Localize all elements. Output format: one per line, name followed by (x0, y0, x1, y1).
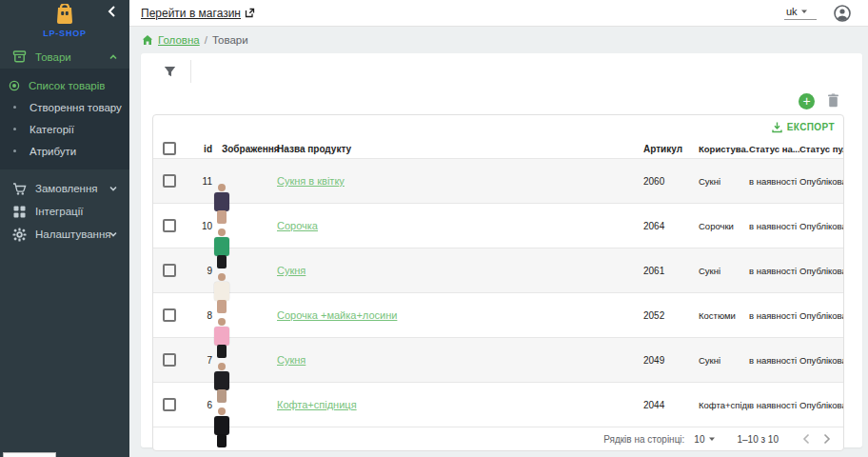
bag-logo-icon (54, 4, 75, 24)
language-select[interactable]: uk (784, 6, 817, 20)
inventory-icon (12, 50, 27, 64)
sidebar-item-label: Налаштування (35, 228, 110, 240)
sidebar-item-label: Замовлення (35, 183, 98, 194)
sidebar-item-products[interactable]: Товари (0, 45, 129, 69)
column-header-publish[interactable]: Статус пу... (799, 144, 843, 154)
trash-icon[interactable] (827, 93, 840, 109)
topbar-right: uk (784, 5, 868, 22)
go-to-store-link[interactable]: Перейти в магазин (141, 7, 255, 20)
row-checkbox[interactable] (163, 219, 176, 232)
product-publish-status: Опубліковано (799, 400, 843, 410)
bullet-icon (13, 128, 16, 130)
breadcrumb: Головна / Товари (129, 27, 868, 53)
column-header-sku[interactable]: Артикул (643, 144, 699, 154)
product-name-link[interactable]: Сукня (277, 354, 306, 366)
admin-page: LP-SHOP Товари Список товарів Створення … (0, 0, 868, 457)
table-row: 7 Сукня 2049 Сукні в наявності Опубліков… (153, 337, 843, 382)
chevron-up-icon (108, 52, 118, 62)
product-name-link[interactable]: Сорочка +майка+лосини (277, 309, 397, 321)
pagination-range: 1–10 з 10 (737, 434, 779, 445)
caret-down-icon (708, 436, 716, 442)
language-value: uk (786, 6, 798, 17)
status-tooltip (3, 452, 56, 457)
row-id: 6 (186, 400, 212, 410)
cart-icon (12, 182, 27, 196)
filter-icon[interactable] (164, 66, 176, 78)
bullet-icon (13, 149, 16, 152)
sidebar-item-integrations[interactable]: Інтеграції (0, 200, 129, 223)
filter-bar (141, 53, 862, 89)
product-category: Сукні (699, 176, 749, 187)
app-logo[interactable]: LP-SHOP (0, 4, 129, 38)
product-category: Кофта+спідниця (699, 400, 749, 410)
sub-item-label: Категорії (30, 124, 74, 135)
row-id: 8 (186, 310, 212, 321)
row-checkbox[interactable] (163, 264, 176, 277)
product-sku: 2061 (643, 266, 699, 276)
table-row: 9 Сукня 2061 Сукні в наявності Опубліков… (153, 248, 843, 292)
account-icon[interactable] (834, 5, 851, 22)
product-name-link[interactable]: Сукня в квітку (277, 175, 345, 187)
content: Головна / Товари + (129, 27, 868, 457)
product-name-link[interactable]: Сукня (277, 265, 306, 276)
table-row: 8 Сорочка +майка+лосини 2052 Костюми в н… (153, 292, 843, 337)
row-checkbox[interactable] (163, 353, 176, 367)
row-checkbox[interactable] (163, 398, 176, 411)
sidebar-item-product-create[interactable]: Створення товару (0, 96, 129, 118)
divider (190, 60, 191, 83)
export-button[interactable]: ЕКСПОРТ (153, 115, 843, 139)
product-publish-status: Опубліковано (799, 266, 843, 276)
logo-block: LP-SHOP (0, 0, 129, 45)
product-category: Сорочки (699, 221, 749, 231)
sidebar-item-attributes[interactable]: Атрибути (0, 140, 129, 162)
chevron-down-icon (108, 229, 118, 239)
products-submenu: Список товарів Створення товару Категорі… (0, 69, 129, 169)
table-header-row: id Зображення Назва продукту Артикул Кор… (153, 139, 843, 158)
product-category: Костюми (699, 310, 749, 321)
product-sku: 2064 (643, 221, 699, 231)
apps-icon (12, 205, 27, 219)
breadcrumb-home-link[interactable]: Головна (158, 34, 200, 46)
next-page-button[interactable] (817, 428, 838, 449)
product-sku: 2044 (643, 400, 699, 410)
product-name-link[interactable]: Кофта+спідниця (277, 399, 357, 410)
column-header-image[interactable]: Зображення (212, 144, 277, 154)
table-row: 11 Сукня в квітку 2060 Сукні в наявності… (153, 158, 843, 203)
rows-per-page-select[interactable]: 10 (694, 434, 716, 445)
rows-per-page-value: 10 (694, 434, 704, 445)
table-row: 6 Кофта+спідниця 2044 Кофта+спідниця в н… (153, 382, 843, 427)
sidebar-item-categories[interactable]: Категорії (0, 118, 129, 140)
product-stock-status: в наявності (749, 310, 799, 321)
row-id: 7 (186, 355, 212, 366)
radio-checked-icon (9, 80, 20, 91)
product-stock-status: в наявності (749, 266, 799, 276)
column-header-user[interactable]: Користува... (699, 144, 749, 154)
product-stock-status: в наявності (749, 176, 799, 187)
column-header-name[interactable]: Назва продукту (277, 144, 643, 154)
download-icon (772, 122, 782, 133)
sidebar-item-product-list[interactable]: Список товарів (0, 74, 129, 96)
caret-down-icon (800, 9, 808, 14)
products-panel: + ЕКСПОРТ id Зображення Назва продукту (141, 53, 862, 447)
chevron-left-icon (802, 433, 810, 445)
previous-page-button[interactable] (796, 428, 817, 449)
topbar: Перейти в магазин uk (129, 0, 868, 27)
gear-icon (12, 228, 27, 242)
select-all-checkbox[interactable] (163, 142, 176, 155)
column-header-id[interactable]: id (186, 144, 212, 154)
product-stock-status: в наявності (749, 400, 799, 410)
product-publish-status: Опубліковано (799, 355, 843, 366)
product-publish-status: Опубліковано (799, 221, 843, 231)
sidebar-item-settings[interactable]: Налаштування (0, 223, 129, 246)
row-checkbox[interactable] (163, 174, 176, 188)
add-product-button[interactable]: + (799, 93, 815, 109)
product-name-link[interactable]: Сорочка (277, 220, 318, 231)
column-header-stock[interactable]: Статус на... (749, 144, 799, 154)
product-category: Сукні (699, 355, 749, 366)
row-checkbox[interactable] (163, 308, 176, 322)
product-publish-status: Опубліковано (799, 310, 843, 321)
table-pagination: Рядків на сторінці: 10 1–10 з 10 (153, 427, 843, 450)
sidebar-item-orders[interactable]: Замовлення (0, 177, 129, 200)
sidebar: LP-SHOP Товари Список товарів Створення … (0, 0, 129, 457)
products-table-card: ЕКСПОРТ id Зображення Назва продукту Арт… (152, 114, 844, 451)
